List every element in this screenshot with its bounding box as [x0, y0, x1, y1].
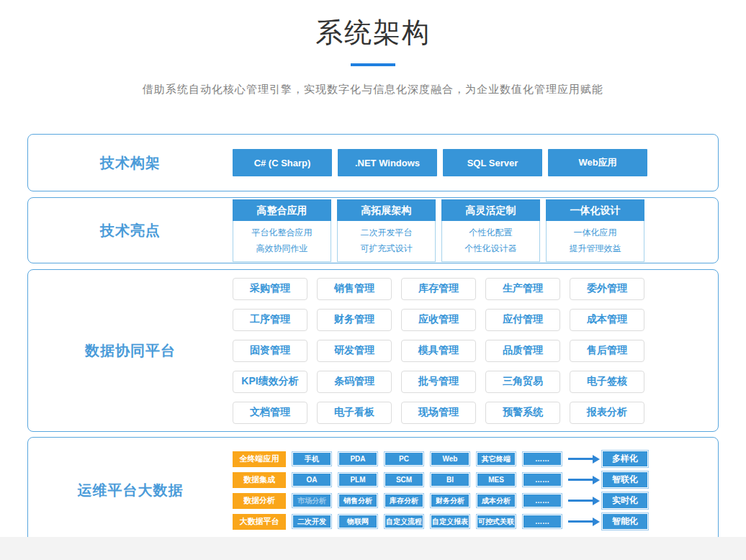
module-chip-production[interactable]: 生产管理 [485, 278, 560, 300]
bigdata-item-chip-bi[interactable]: BI [430, 472, 470, 487]
bigdata-item-chip-other-terminal[interactable]: 其它终端 [476, 451, 516, 466]
bigdata-row-platform: 大数据平台 二次开发 物联网 自定义流程 自定义报表 可控式关联 …… 智能化 [233, 512, 649, 530]
bigdata-item-chip-ellipsis[interactable]: …… [522, 514, 562, 529]
section-bigdata: 运维平台大数据 全终端应用 手机 PDA PC Web 其它终端 …… 多样化 … [27, 437, 719, 543]
arrow-right-icon [568, 518, 600, 526]
bigdata-item-chip-secondary-dev[interactable]: 二次开发 [292, 514, 332, 529]
tech-stack-button-web[interactable]: Web应用 [548, 149, 647, 176]
highlight-card-line: 个性化设计器 [442, 240, 539, 256]
module-chip-quality[interactable]: 品质管理 [485, 340, 560, 362]
category-chip-bigdata-platform[interactable]: 大数据平台 [233, 514, 286, 530]
module-chip-rnd[interactable]: 研发管理 [317, 340, 392, 362]
module-chip-barcode[interactable]: 条码管理 [317, 371, 392, 393]
category-chip-terminals[interactable]: 全终端应用 [233, 451, 286, 467]
tech-stack-button-row: C# (C Sharp) .NET Windows SQL Server Web… [233, 149, 653, 176]
highlight-card-integration: 高整合应用 平台化整合应用 高效协同作业 [233, 199, 331, 262]
bigdata-item-chip-ellipsis[interactable]: …… [522, 493, 562, 508]
bigdata-item-chip-ellipsis[interactable]: …… [522, 451, 562, 466]
title-underline [351, 63, 395, 66]
bigdata-item-chip-market-analysis[interactable]: 市场分析 [292, 493, 332, 508]
section-data-platform: 数据协同平台 采购管理 销售管理 库存管理 生产管理 委外管理 工序管理 财务管… [27, 269, 719, 432]
bigdata-item-chip-mes[interactable]: MES [476, 472, 516, 487]
result-chip-diversified[interactable]: 多样化 [601, 450, 649, 468]
bigdata-item-chip-oa[interactable]: OA [292, 472, 332, 487]
module-chip-cost[interactable]: 成本管理 [570, 309, 644, 331]
category-chip-integration[interactable]: 数据集成 [233, 472, 286, 488]
footer-strip [0, 537, 746, 560]
module-chip-report[interactable]: 报表分析 [570, 402, 644, 424]
bigdata-item-chip-cost-analysis[interactable]: 成本分析 [476, 493, 516, 508]
module-chip-outsourcing[interactable]: 委外管理 [570, 278, 644, 300]
module-chip-mold[interactable]: 模具管理 [401, 340, 476, 362]
result-chip-intelligent[interactable]: 智能化 [601, 512, 649, 530]
section-label-tech-stack: 技术构架 [28, 153, 233, 173]
highlight-card-line: 可扩充式设计 [338, 240, 435, 256]
bigdata-item-chip-sales-analysis[interactable]: 销售分析 [338, 493, 378, 508]
bigdata-item-chip-custom-report[interactable]: 自定义报表 [430, 514, 470, 529]
tech-stack-button-csharp[interactable]: C# (C Sharp) [233, 149, 332, 176]
bigdata-item-chip-scm[interactable]: SCM [384, 472, 424, 487]
arrow-right-icon [568, 455, 600, 464]
module-chip-fixed-assets[interactable]: 固资管理 [233, 340, 307, 362]
category-chip-analytics[interactable]: 数据分析 [233, 493, 286, 509]
bigdata-item-chip-web[interactable]: Web [430, 451, 470, 466]
module-chip-aftersales[interactable]: 售后管理 [570, 340, 644, 362]
module-chip-alert[interactable]: 预警系统 [485, 402, 560, 424]
section-label-bigdata: 运维平台大数据 [28, 481, 233, 500]
result-chip-interconnected[interactable]: 智联化 [601, 471, 649, 489]
module-chip-finance[interactable]: 财务管理 [317, 309, 392, 331]
section-label-data-platform: 数据协同平台 [28, 341, 233, 361]
highlight-card-body: 一体化应用 提升管理效益 [546, 221, 644, 262]
bigdata-rows: 全终端应用 手机 PDA PC Web 其它终端 …… 多样化 数据集成 OA … [233, 450, 649, 530]
page-header: 系统架构 借助系统自动化核心管理引擎，实现数字化与信息化深度融合，为企业数值化管… [0, 0, 746, 96]
module-chip-receivable[interactable]: 应收管理 [401, 309, 476, 331]
highlight-card-line: 二次开发平台 [338, 225, 435, 240]
highlight-card-unified: 一体化设计 一体化应用 提升管理效益 [546, 199, 644, 262]
arrow-right-icon [568, 476, 600, 484]
highlight-card-extensibility: 高拓展架构 二次开发平台 可扩充式设计 [337, 199, 436, 262]
highlight-card-line: 提升管理效益 [547, 240, 644, 256]
section-tech-stack: 技术构架 C# (C Sharp) .NET Windows SQL Serve… [27, 134, 719, 191]
bigdata-row-integration: 数据集成 OA PLM SCM BI MES …… 智联化 [233, 471, 649, 489]
module-chip-document[interactable]: 文档管理 [233, 402, 307, 424]
bigdata-item-chip-ellipsis[interactable]: …… [522, 472, 562, 487]
section-label-highlights: 技术亮点 [28, 221, 233, 240]
result-chip-realtime[interactable]: 实时化 [601, 492, 649, 510]
highlight-card-title: 高灵活定制 [441, 199, 540, 221]
highlight-card-line: 平台化整合应用 [233, 225, 331, 240]
page-subtitle: 借助系统自动化核心管理引擎，实现数字化与信息化深度融合，为企业数值化管理应用赋能 [0, 83, 746, 96]
module-chip-triangle-trade[interactable]: 三角贸易 [485, 371, 560, 393]
bigdata-item-chip-finance-analysis[interactable]: 财务分析 [430, 493, 470, 508]
highlight-card-title: 一体化设计 [546, 199, 644, 221]
bigdata-item-chip-inventory-analysis[interactable]: 库存分析 [384, 493, 424, 508]
bigdata-row-terminals: 全终端应用 手机 PDA PC Web 其它终端 …… 多样化 [233, 450, 649, 468]
tech-stack-button-dotnet[interactable]: .NET Windows [338, 149, 437, 176]
bigdata-item-chip-custom-flow[interactable]: 自定义流程 [384, 514, 424, 529]
highlight-card-line: 一体化应用 [547, 225, 644, 240]
module-chip-purchasing[interactable]: 采购管理 [233, 278, 307, 300]
module-chip-payable[interactable]: 应付管理 [485, 309, 560, 331]
module-chip-kanban[interactable]: 电子看板 [317, 402, 392, 424]
module-chip-process[interactable]: 工序管理 [233, 309, 307, 331]
bigdata-item-chip-controllable-link[interactable]: 可控式关联 [476, 514, 516, 529]
highlight-cards-row: 高整合应用 平台化整合应用 高效协同作业 高拓展架构 二次开发平台 可扩充式设计… [233, 199, 650, 262]
bigdata-item-chip-plm[interactable]: PLM [338, 472, 378, 487]
highlight-card-body: 平台化整合应用 高效协同作业 [233, 221, 331, 262]
highlight-card-flexibility: 高灵活定制 个性化配置 个性化设计器 [441, 199, 540, 262]
bigdata-item-chip-iot[interactable]: 物联网 [338, 514, 378, 529]
arrow-right-icon [568, 497, 600, 505]
bigdata-item-chip-mobile[interactable]: 手机 [292, 451, 332, 466]
module-chip-sales[interactable]: 销售管理 [317, 278, 392, 300]
highlight-card-body: 二次开发平台 可扩充式设计 [337, 221, 436, 262]
highlight-card-title: 高拓展架构 [337, 199, 436, 221]
module-chip-esign[interactable]: 电子签核 [570, 371, 644, 393]
module-chip-lot[interactable]: 批号管理 [401, 371, 476, 393]
section-highlights: 技术亮点 高整合应用 平台化整合应用 高效协同作业 高拓展架构 二次开发平台 可… [27, 197, 719, 263]
module-chip-kpi[interactable]: KPI绩效分析 [233, 371, 307, 393]
module-chip-shopfloor[interactable]: 现场管理 [401, 402, 476, 424]
bigdata-item-chip-pda[interactable]: PDA [338, 451, 378, 466]
bigdata-item-chip-pc[interactable]: PC [384, 451, 424, 466]
module-chip-inventory[interactable]: 库存管理 [401, 278, 476, 300]
tech-stack-button-sqlserver[interactable]: SQL Server [443, 149, 542, 176]
page-title: 系统架构 [0, 14, 746, 51]
